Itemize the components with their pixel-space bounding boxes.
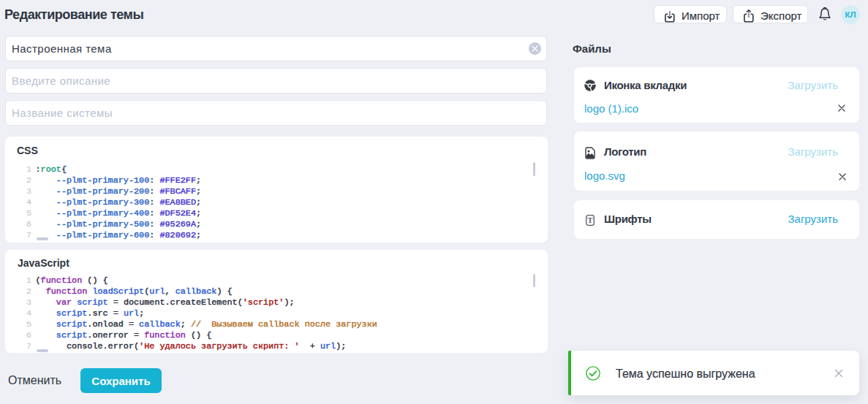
svg-text:T: T: [587, 216, 592, 224]
